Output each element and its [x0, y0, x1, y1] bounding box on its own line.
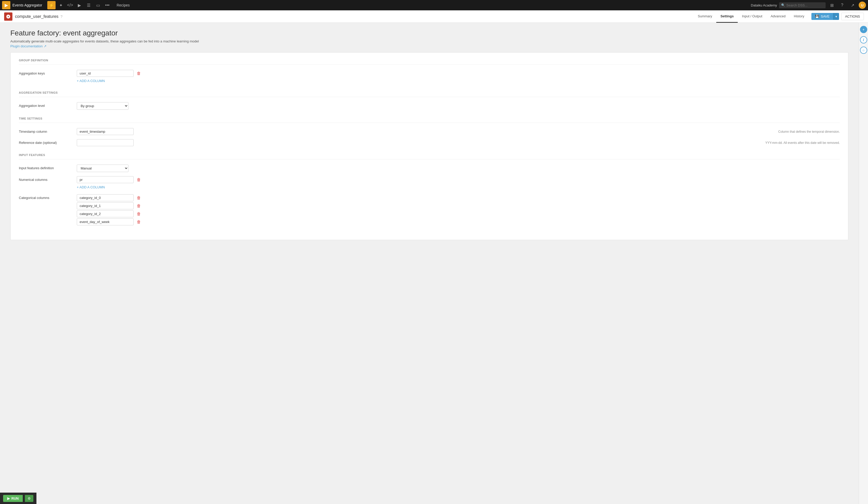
timestamp-column-row: Timestamp column Column that defines the…: [19, 128, 840, 135]
delete-numerical-col-0[interactable]: 🗑: [136, 178, 142, 182]
input-features-header: INPUT FEATURES: [19, 153, 840, 159]
sidebar-plus-icon[interactable]: +: [860, 26, 867, 33]
recipe-help-icon[interactable]: ?: [61, 14, 63, 19]
categorical-col-input-2[interactable]: [77, 210, 134, 217]
nav-icon-code[interactable]: </>: [66, 1, 74, 9]
far-right-sidebar: + i ○: [859, 23, 868, 504]
run-settings-button[interactable]: ⚙: [25, 495, 33, 502]
bottom-bar: ▶ RUN ⚙: [0, 493, 37, 504]
aggregation-keys-controls: 🗑 + ADD A COLUMN: [77, 70, 840, 84]
aggregation-key-input-0[interactable]: [77, 70, 134, 77]
categorical-col-row-2: 🗑: [77, 210, 840, 217]
recipes-link[interactable]: Recipes: [114, 2, 132, 8]
reference-date-row: Reference date (optional) YYY-mm-dd. All…: [19, 139, 840, 146]
aggregation-keys-label: Aggregation keys: [19, 70, 71, 75]
categorical-col-row-3: 🗑: [77, 218, 840, 225]
delete-categorical-col-3[interactable]: 🗑: [136, 220, 142, 224]
delete-categorical-col-0[interactable]: 🗑: [136, 195, 142, 200]
input-features-def-row: Input features definition Manual Automat…: [19, 164, 840, 172]
activity-icon[interactable]: ↗: [848, 1, 857, 9]
tab-advanced[interactable]: Advanced: [766, 10, 790, 23]
academy-link[interactable]: Dataiku Academy: [751, 3, 777, 7]
input-features-def-label: Input features definition: [19, 164, 71, 170]
numerical-columns-label: Numerical columns: [19, 176, 71, 182]
add-aggregation-key-button[interactable]: + ADD A COLUMN: [77, 78, 105, 84]
categorical-col-input-1[interactable]: [77, 202, 134, 209]
numerical-columns-controls: 🗑 + ADD A COLUMN: [77, 176, 840, 190]
aggregation-level-row: Aggregation level By group By time windo…: [19, 102, 840, 110]
top-nav-right: Dataiku Academy 🔍 ⊞ ? ↗ U: [751, 1, 866, 9]
save-button-group: 💾 SAVE ▾: [812, 13, 839, 20]
input-features-section: INPUT FEATURES Input features definition…: [19, 153, 840, 226]
user-avatar[interactable]: U: [859, 2, 866, 9]
page-description: Automatically generate multi-scale aggre…: [10, 39, 848, 43]
run-icon: ▶: [7, 496, 10, 500]
grid-icon[interactable]: ⊞: [828, 1, 836, 9]
aggregation-level-label: Aggregation level: [19, 102, 71, 108]
numerical-col-input-0[interactable]: [77, 176, 134, 183]
reference-date-controls: [77, 139, 759, 146]
aggregation-key-row-0: 🗑: [77, 70, 840, 77]
group-definition-section: GROUP DEFINITION Aggregation keys 🗑 + AD…: [19, 59, 840, 84]
aggregation-level-select[interactable]: By group By time window Both: [77, 102, 128, 110]
search-icon: 🔍: [781, 3, 785, 7]
save-icon: 💾: [815, 14, 819, 18]
categorical-col-row-0: 🗑: [77, 194, 840, 201]
aggregation-keys-row: Aggregation keys 🗑 + ADD A COLUMN: [19, 70, 840, 84]
add-numerical-col-button[interactable]: + ADD A COLUMN: [77, 184, 105, 190]
top-navigation: ▶ Events Aggregator ⚡ ✦ </> ▶ ☰ ▭ ••• Re…: [0, 0, 868, 10]
input-features-def-controls: Manual Automatic: [77, 164, 840, 172]
second-bar-nav: Summary Settings Input / Output Advanced…: [694, 10, 864, 23]
tab-input-output[interactable]: Input / Output: [738, 10, 766, 23]
nav-icon-dashboard[interactable]: ▭: [94, 1, 102, 9]
save-dropdown-button[interactable]: ▾: [833, 13, 839, 20]
reference-date-help-text: YYY-mm-dd. All events after this date wi…: [765, 139, 840, 145]
sidebar-info-icon[interactable]: i: [860, 36, 867, 43]
reference-date-input[interactable]: [77, 139, 134, 146]
page-title: Feature factory: event aggregator: [10, 29, 848, 37]
delete-categorical-col-1[interactable]: 🗑: [136, 204, 142, 208]
logo-icon: ▶: [5, 3, 8, 8]
tab-history[interactable]: History: [790, 10, 808, 23]
run-button[interactable]: ▶ RUN: [3, 495, 23, 502]
delete-categorical-col-2[interactable]: 🗑: [136, 212, 142, 216]
timestamp-column-input[interactable]: [77, 128, 134, 135]
save-button[interactable]: 💾 SAVE: [812, 13, 833, 20]
app-logo[interactable]: ▶: [2, 1, 10, 9]
nav-icon-star[interactable]: ✦: [56, 1, 65, 9]
app-title: Events Aggregator: [12, 3, 42, 7]
nav-icon-more[interactable]: •••: [103, 1, 111, 9]
time-settings-header: TIME SETTINGS: [19, 117, 840, 123]
categorical-col-input-3[interactable]: [77, 218, 134, 225]
timestamp-column-controls: [77, 128, 772, 135]
recipe-name: compute_user_features: [15, 14, 59, 19]
sidebar-circle-icon[interactable]: ○: [860, 47, 867, 54]
nav-icon-flow[interactable]: ⚡: [47, 1, 55, 9]
main-layout: Feature factory: event aggregator Automa…: [0, 23, 868, 504]
categorical-col-row-1: 🗑: [77, 202, 840, 209]
timestamp-help-text: Column that defines the temporal dimensi…: [778, 128, 840, 134]
time-settings-section: TIME SETTINGS Timestamp column Column th…: [19, 117, 840, 146]
input-features-def-select[interactable]: Manual Automatic: [77, 164, 128, 172]
tab-summary[interactable]: Summary: [694, 10, 716, 23]
aggregation-level-controls: By group By time window Both: [77, 102, 840, 110]
tab-settings[interactable]: Settings: [716, 10, 738, 23]
nav-icon-run[interactable]: ▶: [75, 1, 83, 9]
categorical-columns-controls: 🗑 🗑 🗑 🗑: [77, 194, 840, 226]
actions-button[interactable]: ACTIONS: [841, 13, 864, 20]
reference-date-label: Reference date (optional): [19, 139, 71, 145]
categorical-columns-row: Categorical columns 🗑 🗑 🗑: [19, 194, 840, 226]
categorical-columns-label: Categorical columns: [19, 194, 71, 200]
categorical-col-input-0[interactable]: [77, 194, 134, 201]
group-definition-header: GROUP DEFINITION: [19, 59, 840, 65]
delete-aggregation-key-0[interactable]: 🗑: [136, 71, 142, 76]
search-input[interactable]: [779, 2, 826, 8]
nav-icon-table[interactable]: ☰: [84, 1, 93, 9]
help-icon[interactable]: ?: [838, 1, 846, 9]
aggregation-settings-section: AGGREGATION SETTINGS Aggregation level B…: [19, 91, 840, 110]
recipe-svg-icon: [6, 14, 11, 19]
plugin-documentation-link[interactable]: Plugin documentation ↗: [10, 44, 46, 48]
main-content: Feature factory: event aggregator Automa…: [0, 23, 859, 504]
top-nav-icons: ⚡ ✦ </> ▶ ☰ ▭ ••• Recipes: [47, 1, 132, 9]
settings-form-card: GROUP DEFINITION Aggregation keys 🗑 + AD…: [10, 52, 848, 240]
